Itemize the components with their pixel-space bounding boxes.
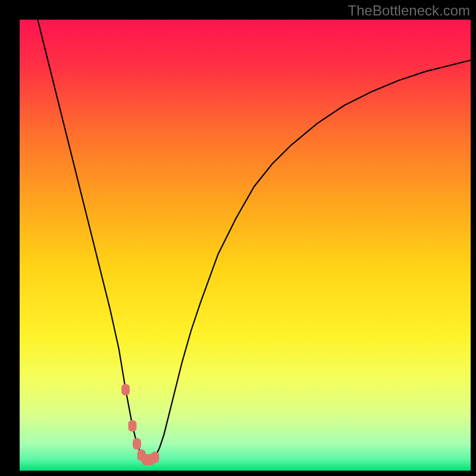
highlight-marker [129, 420, 137, 431]
chart-frame: TheBottleneck.com [0, 0, 476, 476]
highlight-marker [133, 439, 141, 450]
watermark-text: TheBottleneck.com [348, 2, 470, 19]
chart-plot-area [20, 20, 471, 471]
chart-svg [20, 20, 471, 471]
highlight-marker [151, 452, 159, 463]
highlight-marker [121, 384, 130, 396]
chart-background-gradient [20, 20, 471, 471]
